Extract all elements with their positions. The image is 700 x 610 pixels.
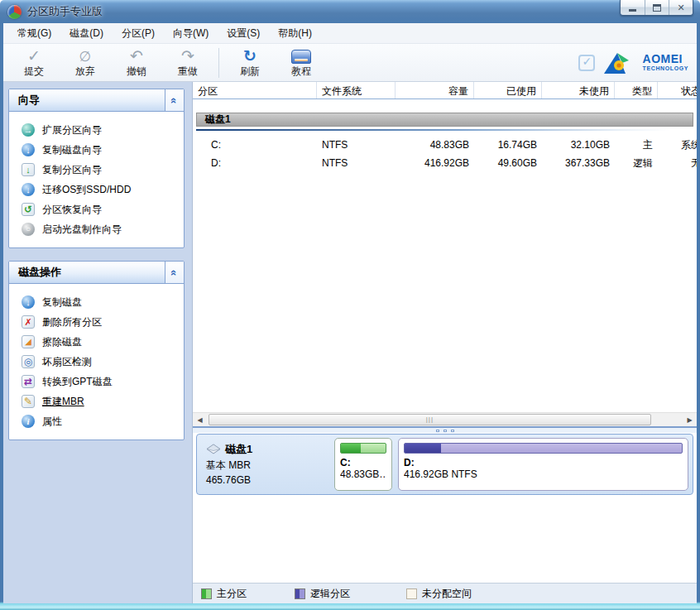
wizards-panel-header: 向导 « (9, 89, 184, 112)
window-controls: ✕ (620, 0, 693, 16)
menu-item-help[interactable]: 帮助(H) (269, 23, 321, 44)
checkbox-icon[interactable] (578, 55, 595, 71)
maximize-button[interactable] (645, 0, 669, 15)
tutorial-button[interactable]: 教程 (276, 46, 327, 80)
disk-name: 磁盘1 (225, 441, 252, 458)
unallocated-chip-icon (406, 588, 417, 599)
cell-unused: 32.10GB (542, 139, 615, 151)
cell-capacity: 48.83GB (396, 139, 474, 151)
menu-item-general[interactable]: 常规(G) (8, 23, 60, 44)
sidebar-item-extend-partition-wizard[interactable]: 扩展分区向导 (14, 120, 180, 140)
disk-ops-collapse-button[interactable]: « (165, 262, 184, 283)
partition-usage-bar (404, 443, 683, 454)
main-panel: 分区 文件系统 容量 已使用 未使用 类型 状态 磁盘1 C: NTFS 48.… (192, 82, 697, 603)
wizards-panel: 向导 « 扩展分区向导 复制磁盘向导 复制分区向导 (8, 89, 185, 248)
legend-item-logical: 逻辑分区 (295, 587, 350, 601)
sidebar-item-label: 启动光盘制作向导 (42, 223, 122, 237)
close-button[interactable]: ✕ (669, 0, 693, 15)
cell-used: 16.74GB (474, 139, 542, 151)
commit-check-icon (27, 46, 41, 64)
partition-block-d[interactable]: D: 416.92GB NTFS (398, 438, 688, 491)
horizontal-scrollbar[interactable]: ◀ ||| ▶ (193, 412, 697, 426)
partition-label: C: (340, 457, 386, 468)
sidebar-item-copy-disk[interactable]: 复制磁盘 (14, 292, 180, 312)
sidebar-item-bad-sector-check[interactable]: 坏扇区检测 (14, 352, 180, 372)
disk-meta-block[interactable]: 磁盘1 基本 MBR 465.76GB (201, 438, 328, 491)
sidebar-item-migrate-os[interactable]: 迁移OS到SSD/HDD (14, 180, 180, 199)
sidebar-item-properties[interactable]: 属性 (14, 411, 180, 431)
sidebar-item-wipe-disk[interactable]: 擦除磁盘 (14, 332, 180, 352)
disk-group-row[interactable]: 磁盘1 (196, 113, 693, 127)
pane-splitter[interactable] (193, 426, 697, 433)
maximize-icon (653, 4, 661, 12)
copy-partition-icon (22, 163, 35, 176)
scrollbar-track[interactable]: ||| (207, 413, 683, 426)
menu-item-settings[interactable]: 设置(S) (218, 23, 269, 44)
wizards-panel-title: 向导 (18, 93, 40, 108)
sidebar-item-bootable-cd-wizard[interactable]: 启动光盘制作向导 (14, 219, 180, 239)
table-header: 分区 文件系统 容量 已使用 未使用 类型 状态 (193, 82, 697, 99)
cell-status: 无 (658, 156, 697, 171)
menu-item-disk[interactable]: 磁盘(D) (60, 23, 113, 44)
sidebar-item-label: 坏扇区检测 (42, 355, 92, 369)
partition-detail: 48.83GB… (340, 468, 386, 480)
disk-ops-panel-title: 磁盘操作 (18, 265, 61, 280)
sidebar: 向导 « 扩展分区向导 复制磁盘向导 复制分区向导 (3, 82, 192, 603)
minimize-button[interactable] (621, 0, 645, 15)
wizards-collapse-button[interactable]: « (165, 89, 184, 111)
sidebar-item-copy-partition-wizard[interactable]: 复制分区向导 (14, 160, 180, 180)
logical-partition-chip-icon (295, 588, 305, 599)
cell-unused: 367.33GB (542, 157, 615, 169)
refresh-label: 刷新 (240, 65, 260, 79)
discard-button[interactable]: 放弃 (60, 46, 111, 80)
bootable-cd-icon (22, 223, 35, 236)
sidebar-item-partition-recovery-wizard[interactable]: 分区恢复向导 (14, 199, 180, 219)
partition-detail: 416.92GB NTFS (404, 468, 683, 480)
sidebar-item-rebuild-mbr[interactable]: 重建MBR (14, 391, 180, 411)
undo-button[interactable]: 撤销 (111, 46, 162, 80)
sidebar-item-copy-disk-wizard[interactable]: 复制磁盘向导 (14, 140, 180, 160)
commit-button[interactable]: 提交 (8, 46, 60, 80)
window-title: 分区助手专业版 (27, 4, 103, 19)
table-row-d[interactable]: D: NTFS 416.92GB 49.60GB 367.33GB 逻辑 无 (193, 154, 697, 172)
sidebar-item-label: 复制磁盘向导 (42, 143, 102, 157)
menu-item-wizard[interactable]: 向导(W) (164, 23, 218, 44)
sidebar-item-delete-all-partitions[interactable]: 删除所有分区 (14, 312, 180, 332)
cell-filesystem: NTFS (317, 157, 396, 169)
refresh-button[interactable]: 刷新 (224, 46, 276, 80)
menu-item-partition[interactable]: 分区(P) (113, 23, 164, 44)
scrollbar-thumb[interactable]: ||| (209, 414, 651, 425)
partition-block-c[interactable]: C: 48.83GB… (334, 438, 392, 491)
sidebar-item-label: 分区恢复向导 (42, 203, 102, 217)
titlebar[interactable]: 分区助手专业版 ✕ (0, 0, 700, 23)
primary-partition-chip-icon (201, 588, 212, 599)
redo-button[interactable]: 重做 (162, 46, 213, 80)
redo-label: 重做 (178, 65, 198, 79)
scrollbar-grip-icon: ||| (426, 416, 434, 423)
scroll-left-arrow-icon[interactable]: ◀ (193, 413, 207, 426)
table-row-c[interactable]: C: NTFS 48.83GB 16.74GB 32.10GB 主 系统 (193, 136, 697, 154)
tutorial-book-icon (291, 50, 311, 64)
column-header-unused: 未使用 (542, 82, 615, 98)
disk-style: 基本 MBR (206, 458, 328, 473)
collapse-chevron-icon: « (168, 97, 180, 103)
content-area: 向导 « 扩展分区向导 复制磁盘向导 复制分区向导 (3, 82, 697, 603)
column-header-used: 已使用 (474, 82, 542, 98)
minimize-icon (629, 9, 636, 12)
undo-label: 撤销 (127, 65, 146, 79)
sidebar-item-label: 复制磁盘 (42, 295, 82, 310)
cell-status: 系统 (658, 138, 697, 152)
bad-sector-check-icon (22, 355, 35, 368)
migrate-os-icon (22, 183, 35, 196)
disk-ops-panel-header: 磁盘操作 « (9, 262, 184, 284)
legend-item-primary: 主分区 (201, 587, 247, 601)
scroll-right-arrow-icon[interactable]: ▶ (683, 413, 697, 426)
toolbar: 提交 放弃 撤销 重做 刷新 教程 (3, 44, 697, 82)
discard-icon (79, 46, 92, 64)
aomei-logo-icon (603, 50, 635, 75)
sidebar-item-label: 擦除磁盘 (42, 335, 82, 349)
discard-label: 放弃 (75, 65, 95, 79)
sidebar-item-convert-gpt[interactable]: 转换到GPT磁盘 (14, 372, 180, 391)
partition-usage-bar (340, 443, 386, 454)
disk-ops-panel: 磁盘操作 « 复制磁盘 删除所有分区 擦除磁盘 (8, 261, 185, 440)
